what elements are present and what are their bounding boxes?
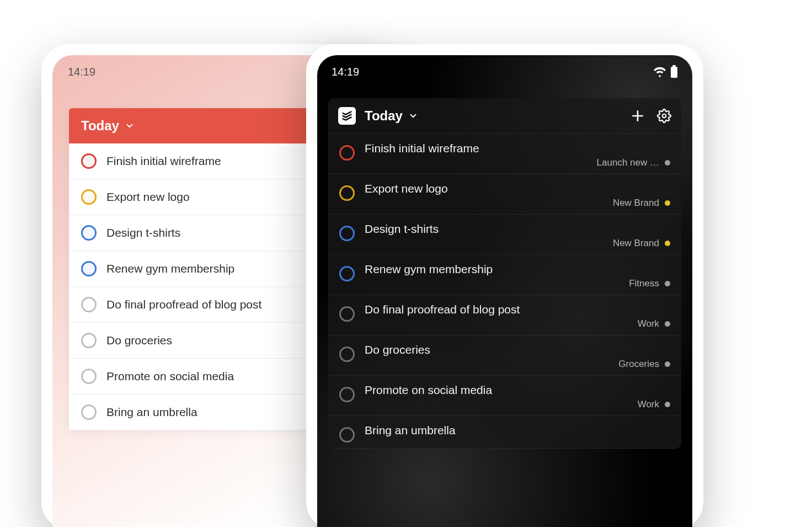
task-title: Export new logo — [106, 190, 190, 204]
task-title: Design t-shirts — [106, 226, 180, 239]
task-title: Bring an umbrella — [365, 424, 670, 437]
task-row[interactable]: Promote on social mediaWork — [328, 376, 681, 416]
task-row[interactable]: Do final proofread of blog postWork — [328, 295, 681, 336]
task-checkbox[interactable] — [81, 261, 97, 276]
task-checkbox[interactable] — [81, 189, 97, 205]
task-project-label: Work — [365, 318, 670, 329]
task-checkbox[interactable] — [339, 266, 355, 281]
task-row[interactable]: Finish initial wireframeLaunch new … — [328, 134, 681, 174]
task-checkbox[interactable] — [81, 153, 97, 169]
project-dot-icon — [665, 361, 670, 367]
status-time: 14:19 — [332, 66, 359, 78]
wifi-icon — [654, 66, 666, 78]
svg-rect-0 — [672, 65, 676, 67]
chevron-down-icon — [125, 121, 135, 131]
project-dot-icon — [665, 160, 670, 166]
svg-rect-1 — [671, 67, 677, 78]
task-checkbox[interactable] — [339, 226, 355, 241]
widget-dark: Today Finish initial wirefr — [328, 98, 681, 449]
task-checkbox[interactable] — [339, 387, 355, 402]
task-row[interactable]: Do groceriesGroceries — [328, 336, 681, 376]
settings-button[interactable] — [657, 109, 671, 123]
task-title: Design t-shirts — [365, 222, 670, 236]
task-title: Finish initial wireframe — [106, 155, 221, 168]
add-button[interactable] — [631, 109, 645, 123]
task-title: Renew gym membership — [106, 262, 234, 275]
task-project-label: New Brand — [365, 238, 670, 249]
task-project-label: Fitness — [365, 278, 670, 289]
task-title: Promote on social media — [365, 384, 670, 397]
phone-dark-screen: 14:19 Today — [317, 55, 692, 527]
task-project-label: Groceries — [365, 359, 670, 370]
task-title: Finish initial wireframe — [365, 142, 670, 155]
task-checkbox[interactable] — [81, 369, 97, 384]
battery-icon — [670, 65, 678, 78]
header-title: Today — [365, 108, 403, 124]
phone-dark: 14:19 Today — [306, 44, 703, 527]
task-checkbox[interactable] — [339, 185, 355, 201]
task-checkbox[interactable] — [81, 297, 97, 312]
task-list-dark: Finish initial wireframeLaunch new …Expo… — [328, 134, 681, 449]
task-checkbox[interactable] — [339, 427, 355, 443]
task-title: Promote on social media — [106, 370, 234, 383]
task-title: Do final proofread of blog post — [365, 303, 670, 316]
header-title: Today — [81, 118, 119, 134]
task-project-label: Launch new … — [365, 157, 670, 168]
task-title: Renew gym membership — [365, 263, 670, 276]
chevron-down-icon — [408, 111, 418, 121]
task-checkbox[interactable] — [339, 347, 355, 362]
task-project-label: Work — [365, 399, 670, 410]
task-title: Do final proofread of blog post — [106, 298, 261, 311]
task-row[interactable]: Export new logoNew Brand — [328, 174, 681, 215]
task-checkbox[interactable] — [81, 333, 97, 348]
status-time: 14:19 — [68, 66, 95, 78]
task-checkbox[interactable] — [81, 225, 97, 241]
task-title: Export new logo — [365, 182, 670, 195]
project-dot-icon — [665, 200, 670, 206]
project-dot-icon — [665, 241, 670, 246]
header-title-button[interactable]: Today — [365, 108, 622, 124]
task-title: Bring an umbrella — [106, 406, 197, 419]
project-dot-icon — [665, 281, 670, 286]
app-logo-icon[interactable] — [338, 107, 356, 125]
widget-header-dark: Today — [328, 98, 681, 134]
task-title: Do groceries — [106, 334, 172, 347]
task-checkbox[interactable] — [339, 145, 355, 161]
statusbar-dark: 14:19 — [317, 55, 692, 84]
task-row[interactable]: Bring an umbrella — [328, 416, 681, 449]
task-row[interactable]: Renew gym membershipFitness — [328, 255, 681, 295]
task-checkbox[interactable] — [81, 404, 97, 420]
project-dot-icon — [665, 402, 670, 407]
project-dot-icon — [665, 321, 670, 327]
task-checkbox[interactable] — [339, 306, 355, 322]
task-title: Do groceries — [365, 343, 670, 356]
task-project-label: New Brand — [365, 198, 670, 209]
svg-point-4 — [663, 114, 666, 118]
task-row[interactable]: Design t-shirtsNew Brand — [328, 215, 681, 255]
